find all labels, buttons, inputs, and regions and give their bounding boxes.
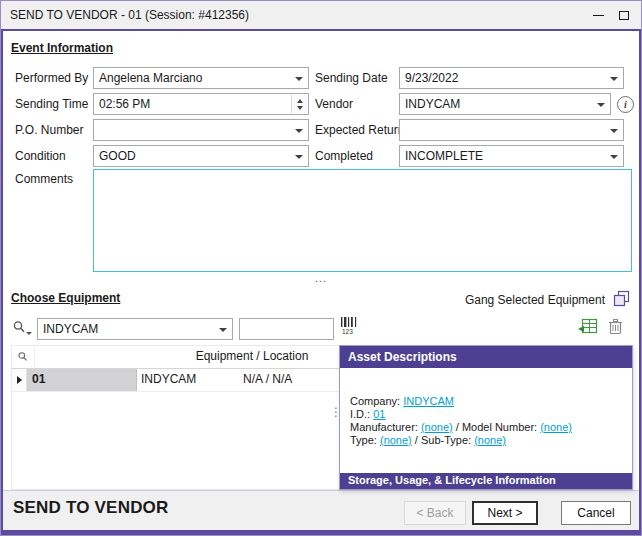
performed-by-combo[interactable]: Angelena Marciano [93,67,309,89]
performed-by-value: Angelena Marciano [99,71,290,85]
wizard-title: SEND TO VENDOR [13,498,169,518]
titlebar: SEND TO VENDOR - 01 (Session: #412356) [1,1,641,29]
asset-descriptions-body: Company: INDYCAM I.D.: 01 Manufacturer: … [340,368,632,447]
vendor-combo[interactable]: INDYCAM [399,93,611,115]
send-to-vendor-dialog: SEND TO VENDOR - 01 (Session: #412356) E… [0,0,642,536]
po-number-combo[interactable] [93,119,309,141]
company-line: Company: INDYCAM [350,395,622,408]
condition-combo[interactable]: GOOD [93,145,309,167]
maximize-button[interactable] [615,6,633,24]
cell-id: 01 [27,369,137,391]
type-line: Type: (none) / Sub-Type: (none) [350,434,622,447]
info-glyph: i [624,99,627,110]
type-label: Type: [350,434,377,446]
id-line: I.D.: 01 [350,408,622,421]
expected-return-label: Expected Return [315,119,404,141]
delete-icon[interactable] [608,318,623,338]
spinner-buttons[interactable] [291,95,307,113]
row-selector [12,369,27,391]
sending-date-combo[interactable]: 9/23/2022 [399,67,624,89]
event-information-title: Event Information [11,41,113,55]
asset-descriptions-panel: Asset Descriptions Company: INDYCAM I.D.… [339,345,633,490]
storage-usage-header: Storage, Usage, & Lifecycle Information [340,473,632,489]
grid-search-icon[interactable] [12,346,35,367]
po-number-label: P.O. Number [15,119,83,141]
next-button[interactable]: Next > [472,501,538,525]
comments-textarea[interactable] [93,169,632,272]
asset-descriptions-header: Asset Descriptions [340,346,632,368]
expected-return-combo[interactable] [399,119,624,141]
chevron-down-icon[interactable] [295,155,303,159]
spin-up-icon[interactable] [297,99,303,103]
search-dropdown-icon[interactable] [26,332,32,335]
id-label: I.D.: [350,408,370,420]
chevron-down-icon[interactable] [610,129,618,133]
maximize-icon [619,11,629,20]
gang-selected-label: Gang Selected Equipment [465,293,605,307]
vendor-value: INDYCAM [405,97,592,111]
barcode-digits: 123 [342,328,353,335]
spin-down-icon[interactable] [297,106,303,110]
company-link[interactable]: INDYCAM [403,395,454,407]
type-link[interactable]: (none) [380,434,412,446]
export-grid-icon[interactable] [578,318,598,338]
condition-value: GOOD [99,149,290,163]
cell-company: INDYCAM [137,369,243,391]
equipment-filter-value: INDYCAM [43,322,214,336]
window-title: SEND TO VENDOR - 01 (Session: #412356) [10,8,249,22]
performed-by-label: Performed By [15,67,88,89]
completed-combo[interactable]: INCOMPLETE [399,145,624,167]
chevron-down-icon[interactable] [295,129,303,133]
barcode-icon[interactable]: 123 [339,316,359,338]
manufacturer-link[interactable]: (none) [421,421,453,433]
minimize-icon [593,15,604,16]
equipment-search-input[interactable] [239,318,334,340]
manufacturer-line: Manufacturer: (none) / Model Number: (no… [350,421,622,434]
model-link[interactable]: (none) [540,421,572,433]
choose-equipment-title: Choose Equipment [11,291,120,305]
subtype-label: / Sub-Type: [415,434,471,446]
sending-time-spinner[interactable]: 02:56 PM [93,93,309,115]
sending-time-value: 02:56 PM [99,97,290,111]
model-label: / Model Number: [456,421,537,433]
equipment-filter-combo[interactable]: INDYCAM [37,318,233,340]
comments-label: Comments [15,168,73,190]
manufacturer-label: Manufacturer: [350,421,418,433]
chevron-down-icon[interactable] [295,77,303,81]
info-icon[interactable]: i [617,96,634,113]
cancel-button[interactable]: Cancel [561,501,631,525]
search-filter-icon[interactable] [12,320,28,339]
sending-date-label: Sending Date [315,67,388,89]
completed-label: Completed [315,145,373,167]
chevron-down-icon[interactable] [597,103,605,107]
condition-label: Condition [15,145,66,167]
chevron-down-icon[interactable] [610,155,618,159]
sending-time-label: Sending Time [15,93,88,115]
completed-value: INCOMPLETE [405,149,605,163]
panel-drag-handle[interactable]: ⋮ [330,405,342,419]
chevron-down-icon[interactable] [610,77,618,81]
row-indicator-icon [17,376,22,384]
grid-column-header[interactable]: Equipment / Location [132,346,372,367]
splitter-grip[interactable]: ... [1,272,641,284]
subtype-link[interactable]: (none) [474,434,506,446]
back-button[interactable]: < Back [404,501,466,525]
company-label: Company: [350,395,400,407]
sending-date-value: 9/23/2022 [405,71,605,85]
id-link[interactable]: 01 [373,408,385,420]
gang-equipment-icon[interactable] [613,290,631,310]
minimize-button[interactable] [589,6,607,24]
chevron-down-icon[interactable] [219,328,227,332]
vendor-label: Vendor [315,93,353,115]
